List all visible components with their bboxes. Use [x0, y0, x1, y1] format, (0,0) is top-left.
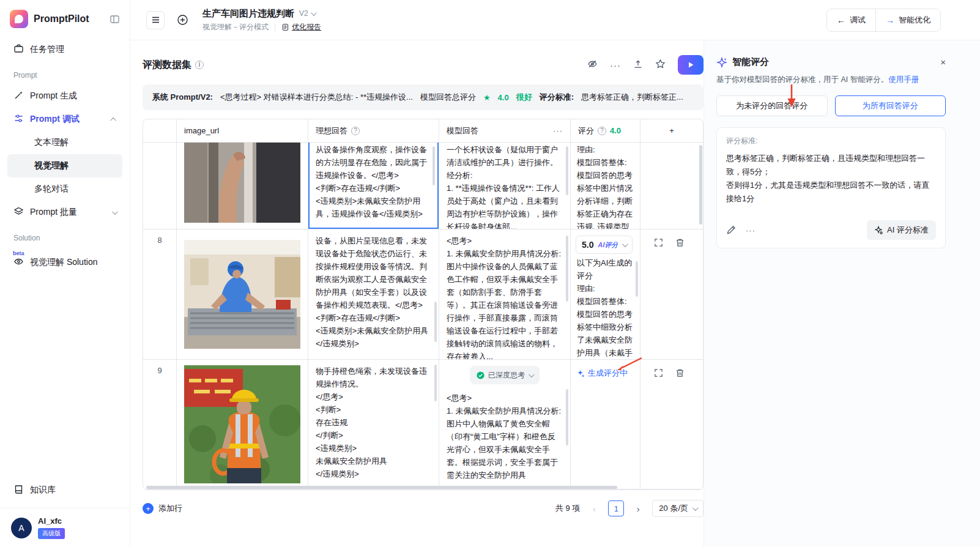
question-icon[interactable]: ? [598, 127, 606, 135]
ai-criteria-button[interactable]: AI 评分标准 [867, 220, 936, 240]
optimize-report-link[interactable]: 优化报告 [281, 22, 321, 32]
deep-thinking-badge[interactable]: 已深度思考 [470, 366, 540, 384]
check-circle-icon [477, 371, 484, 379]
current-page[interactable]: 1 [608, 500, 624, 516]
cell-scrollbar[interactable] [636, 261, 638, 297]
plan-badge: 高级版 [38, 528, 65, 539]
debug-button[interactable]: ← 调试 [827, 9, 875, 31]
sliders-icon [13, 113, 24, 125]
run-button[interactable] [678, 55, 703, 75]
generating-score-link[interactable]: 生成评分中 [571, 360, 640, 387]
chevron-down-icon [622, 241, 628, 247]
model-answer-cell[interactable]: <思考> 1. 未佩戴安全防护用具情况分析: 图片中操作设备的人员佩戴了蓝色工作… [439, 229, 571, 359]
table-row: 9 [143, 360, 703, 489]
cell-scrollbar[interactable] [566, 146, 568, 195]
col-image-url[interactable]: image_url [177, 119, 308, 142]
version-selector[interactable]: V2 [299, 9, 315, 18]
collapse-sidebar-icon[interactable] [110, 14, 120, 24]
system-prompt-text: <思考过程> 对错误样本进行分类总结: - **违规操作设... [220, 92, 413, 103]
hamburger-menu-icon [151, 15, 160, 24]
panel-description: 基于你对模型回答的评分标准，用于 AI 智能评分。使用手册 [716, 75, 946, 85]
sidebar-item-prompt-gen[interactable]: Prompt 生成 [7, 84, 122, 108]
system-prompt-bar[interactable]: 系统 Prompt/V2: <思考过程> 对错误样本进行分类总结: - **违规… [143, 84, 703, 110]
score-cell[interactable]: 理由: 模型回答整体: 模型回答的思考标签中图片情况分析详细，判断标签正确为存在… [571, 143, 640, 229]
sidebar-section-solution: Solution [7, 224, 122, 247]
score-cell[interactable]: 5.0 AI评分 以下为AI生成的评分 理由: 模型回答整体: 模型回答的思考标… [571, 229, 640, 359]
ideal-answer-cell[interactable]: 设备，从图片呈现信息看，未发现设备处于危险状态仍运行、未按操作规程使用设备等情况… [308, 229, 439, 359]
more-icon[interactable]: ··· [746, 226, 755, 235]
manual-link[interactable]: 使用手册 [888, 75, 919, 84]
table-horizontal-scrollbar[interactable] [146, 486, 617, 489]
sidebar-item-multi-turn[interactable]: 多轮对话 [7, 177, 122, 201]
score-unscored-button[interactable]: 为未评分的回答评分 [716, 95, 828, 116]
sparkle-icon [577, 370, 585, 378]
sidebar-item-label: 视觉理解 Solution [30, 257, 97, 268]
user-block[interactable]: A AI_xfc 高级版 [0, 508, 130, 547]
cell-scrollbar[interactable] [434, 365, 437, 401]
page-size-select[interactable]: 20 条/页 [652, 500, 703, 517]
sidebar-item-vision-solution[interactable]: beta 视觉理解 Solution [7, 251, 122, 274]
ideal-answer-cell[interactable]: 物手持橙色绳索，未发现设备违规操作情况。 </思考> <判断> 存在违规 </判… [308, 360, 439, 489]
cell-scrollbar[interactable] [566, 389, 568, 445]
promptpilot-logo [10, 10, 28, 28]
close-icon[interactable]: × [940, 57, 946, 67]
overall-score: 4.0 [498, 93, 509, 102]
table-row: 从设备操作角度观察，操作设备的方法明显存在危险，因此属于违规操作设备。</思考>… [143, 143, 703, 229]
chevron-down-icon [112, 209, 118, 215]
cell-scrollbar[interactable] [566, 236, 568, 302]
row-image-cell[interactable] [177, 360, 308, 489]
info-icon[interactable]: i [195, 61, 204, 69]
score-value: 5.0 [582, 240, 593, 250]
app-name: PromptPilot [34, 13, 89, 24]
sidebar-item-prompt-debug[interactable]: Prompt 调试 [7, 108, 122, 131]
hide-column-button[interactable] [587, 59, 598, 71]
cell-scrollbar[interactable] [432, 146, 435, 185]
sidebar-item-label: Prompt 生成 [30, 91, 77, 102]
new-task-button[interactable] [173, 11, 191, 29]
hamburger-menu-button[interactable] [146, 11, 165, 29]
add-column-button[interactable]: + [640, 119, 703, 142]
row-image-cell[interactable] [177, 143, 308, 229]
title-block: 生产车间图片违规判断 V2 视觉理解－评分模式 | 优化报告 [202, 8, 321, 32]
row-image-cell[interactable] [177, 229, 308, 359]
model-answer-cell[interactable]: 已深度思考 <思考> 1. 未佩戴安全防护用具情况分析: 图片中人物佩戴了黄色安… [439, 360, 571, 489]
col-model-answer[interactable]: 模型回答 ··· [439, 119, 571, 142]
score-all-button[interactable]: 为所有回答评分 [835, 95, 946, 116]
chevron-down-icon [692, 505, 699, 511]
model-answer-cell[interactable]: 一个长杆状设备（疑似用于窗户清洁或维护的工具）进行操作。经分析: 1. **违规… [439, 143, 571, 229]
add-row-button[interactable]: + 添加行 [143, 503, 182, 514]
col-ideal-answer[interactable]: 理想回答 ? [308, 119, 439, 142]
sidebar-item-prompt-batch[interactable]: Prompt 批量 [7, 201, 122, 224]
sidebar-item-task-management[interactable]: 任务管理 [7, 38, 122, 61]
prev-page-button[interactable]: ‹ [586, 500, 602, 516]
dataset-table: image_url 理想回答 ? 模型回答 ··· 评分 ? 4.0 [143, 119, 703, 490]
sidebar-item-text-understanding[interactable]: 文本理解 [7, 131, 122, 154]
cell-scrollbar[interactable] [434, 302, 437, 342]
question-icon[interactable]: ? [351, 127, 360, 135]
smart-optimize-button[interactable]: → 智能优化 [875, 9, 940, 31]
fullscreen-icon[interactable] [654, 238, 663, 247]
sidebar-item-knowledge-base[interactable]: 知识库 [7, 478, 122, 502]
more-actions-button[interactable]: ··· [610, 60, 621, 70]
chevron-down-icon [529, 371, 535, 378]
row-image [184, 240, 300, 349]
trash-icon[interactable] [675, 368, 685, 378]
fullscreen-icon[interactable] [654, 368, 663, 378]
plus-icon: + [143, 503, 154, 514]
upload-button[interactable] [633, 59, 643, 71]
score-cell[interactable]: 生成评分中 [571, 360, 640, 489]
score-dropdown[interactable]: 5.0 AI评分 [576, 236, 633, 254]
trash-icon[interactable] [675, 238, 685, 247]
row-actions-cell [640, 143, 703, 229]
sidebar-item-visual-understanding[interactable]: 视觉理解 [7, 154, 122, 177]
favorite-button[interactable] [655, 59, 666, 71]
table-header: image_url 理想回答 ? 模型回答 ··· 评分 ? 4.0 [143, 119, 703, 143]
next-page-button[interactable]: › [630, 500, 646, 516]
upload-icon [633, 59, 643, 69]
arrow-left-icon: ← [837, 15, 845, 25]
col-score[interactable]: 评分 ? 4.0 [571, 119, 640, 142]
column-more-icon[interactable]: ··· [553, 126, 563, 135]
table-vertical-scrollbar[interactable] [699, 145, 702, 225]
pencil-icon[interactable] [726, 225, 736, 235]
ideal-answer-cell[interactable]: 从设备操作角度观察，操作设备的方法明显存在危险，因此属于违规操作设备。</思考>… [308, 143, 439, 229]
